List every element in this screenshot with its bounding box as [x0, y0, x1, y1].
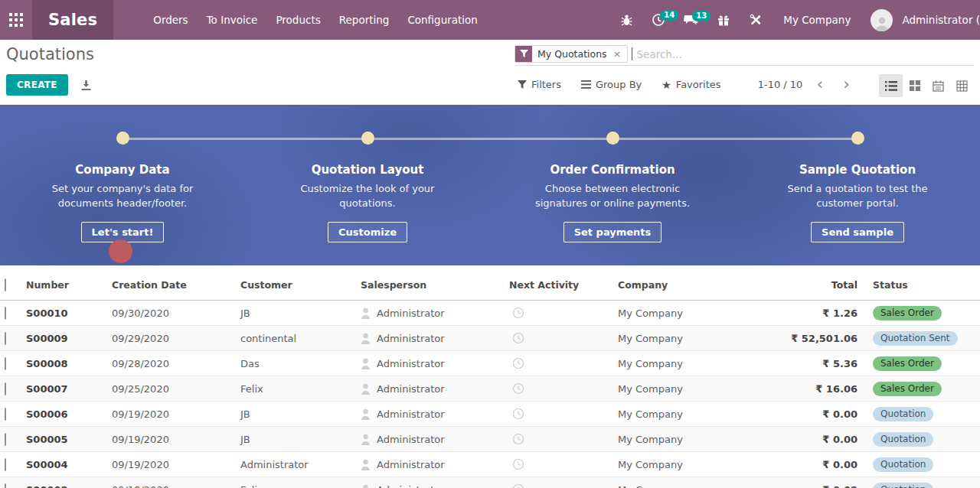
- view-switcher: [879, 74, 974, 97]
- column-header-next-activity[interactable]: Next Activity: [509, 279, 618, 291]
- nav-menu-reporting[interactable]: Reporting: [332, 8, 397, 32]
- onboarding-step-order-confirmation: Order Confirmation Choose between electr…: [490, 105, 735, 265]
- row-checkbox[interactable]: [5, 433, 6, 446]
- row-checkbox[interactable]: [5, 382, 6, 395]
- table-row[interactable]: S00007 09/25/2020 Felix Administrator My…: [0, 376, 980, 402]
- breadcrumb-row: Quotations My Quotations ×: [0, 41, 980, 67]
- table-row[interactable]: S00009 09/29/2020 continental Administra…: [0, 326, 980, 351]
- table-row[interactable]: S00008 09/28/2020 Das Administrator My C…: [0, 351, 980, 376]
- cell-salesperson: Administrator: [377, 484, 445, 488]
- row-checkbox[interactable]: [5, 483, 6, 488]
- table-row[interactable]: S00005 09/19/2020 JB Administrator My Co…: [0, 427, 980, 452]
- export-icon[interactable]: [80, 80, 92, 91]
- next-activity-clock-icon[interactable]: [512, 458, 618, 470]
- cell-number: S00009: [26, 333, 112, 344]
- activities-count-badge: 14: [660, 10, 678, 21]
- status-badge: Quotation: [873, 407, 933, 421]
- column-header-customer[interactable]: Customer: [240, 279, 361, 291]
- app-name[interactable]: Sales: [32, 0, 113, 40]
- next-activity-clock-icon[interactable]: [512, 408, 618, 420]
- nav-menu-orders[interactable]: Orders: [145, 8, 195, 32]
- cell-total: ₹ 5.36: [773, 358, 858, 369]
- next-activity-clock-icon[interactable]: [512, 382, 618, 395]
- nav-menu-to-invoice[interactable]: To Invoice: [199, 8, 266, 32]
- cell-customer: Felix: [240, 383, 361, 395]
- messages-icon[interactable]: 13: [677, 8, 705, 33]
- column-header-status[interactable]: Status: [858, 279, 980, 291]
- nav-menu-configuration[interactable]: Configuration: [400, 8, 485, 32]
- set-payments-button[interactable]: Set payments: [564, 222, 662, 242]
- page-title: Quotations: [6, 45, 94, 63]
- favorites-star-icon: ★: [662, 80, 671, 90]
- step-dot-icon: [116, 132, 129, 145]
- cell-customer: JB: [240, 307, 361, 319]
- pivot-view-button[interactable]: [950, 74, 974, 97]
- activities-icon[interactable]: 14: [645, 7, 672, 33]
- column-header-number[interactable]: Number: [26, 279, 112, 291]
- row-checkbox[interactable]: [5, 307, 6, 320]
- table-row[interactable]: S00006 09/19/2020 JB Administrator My Co…: [0, 402, 980, 427]
- next-activity-clock-icon[interactable]: [512, 483, 618, 488]
- column-header-creation-date[interactable]: Creation Date: [112, 279, 240, 291]
- row-checkbox[interactable]: [5, 458, 6, 471]
- facet-remove-icon[interactable]: ×: [612, 46, 627, 62]
- next-activity-clock-icon[interactable]: [512, 332, 618, 344]
- step-description: Send a quotation to test the customer po…: [774, 182, 941, 211]
- pager-next-icon[interactable]: ›: [837, 77, 856, 91]
- favorites-button[interactable]: ★ Favorites: [662, 79, 720, 90]
- calendar-view-icon: [933, 80, 944, 92]
- next-activity-clock-icon[interactable]: [512, 433, 618, 445]
- cell-salesperson: Administrator: [377, 383, 445, 395]
- step-dot-icon: [606, 132, 619, 145]
- filters-button[interactable]: Filters: [518, 79, 561, 90]
- pager-prev-icon[interactable]: ‹: [810, 77, 829, 91]
- pivot-view-icon: [956, 80, 968, 92]
- apps-menu-icon[interactable]: [0, 0, 32, 40]
- row-checkbox[interactable]: [5, 408, 6, 421]
- bug-icon[interactable]: [613, 8, 640, 33]
- next-activity-clock-icon[interactable]: [512, 357, 618, 369]
- onboarding-step-quotation-layout: Quotation Layout Customize the look of y…: [245, 105, 490, 265]
- select-all-checkbox[interactable]: [5, 278, 6, 291]
- create-button[interactable]: CREATE: [6, 74, 68, 96]
- person-icon: [361, 408, 371, 420]
- calendar-view-button[interactable]: [926, 74, 950, 97]
- quotations-list: Number Creation Date Customer Salesperso…: [0, 265, 980, 488]
- table-row[interactable]: S00004 09/19/2020 Administrator Administ…: [0, 452, 980, 477]
- person-icon: [361, 358, 371, 369]
- onboarding-steps: Company Data Set your company's data for…: [0, 105, 980, 265]
- kanban-view-button[interactable]: [903, 74, 926, 97]
- nav-menu-products[interactable]: Products: [268, 8, 328, 32]
- table-row[interactable]: S00003 09/18/2020 Felix Administrator My…: [0, 477, 980, 488]
- next-activity-clock-icon[interactable]: [512, 307, 618, 319]
- company-switcher[interactable]: My Company: [774, 14, 860, 26]
- row-checkbox[interactable]: [5, 332, 6, 345]
- cell-total: ₹ 0.00: [773, 459, 858, 470]
- status-badge: Quotation Sent: [873, 331, 958, 346]
- funnel-icon: [515, 46, 532, 62]
- customize-button[interactable]: Customize: [328, 222, 407, 242]
- grid-icon: [9, 13, 24, 28]
- column-header-salesperson[interactable]: Salesperson: [361, 279, 509, 291]
- table-row[interactable]: S00010 09/30/2020 JB Administrator My Co…: [0, 301, 980, 326]
- row-checkbox[interactable]: [5, 357, 6, 370]
- column-header-total[interactable]: Total: [773, 279, 858, 291]
- step-dot-icon: [851, 132, 864, 145]
- user-avatar[interactable]: [871, 9, 893, 31]
- search-bar: My Quotations ×: [514, 43, 974, 66]
- user-menu[interactable]: Administrator (: [897, 14, 980, 26]
- filter-group: Filters Group By ★ Favorites: [518, 79, 721, 90]
- cell-number: S00003: [26, 484, 112, 488]
- cell-creation-date: 09/19/2020: [112, 459, 240, 470]
- tools-icon[interactable]: [742, 7, 769, 33]
- search-input[interactable]: [632, 48, 975, 60]
- column-header-company[interactable]: Company: [618, 279, 773, 291]
- gift-icon[interactable]: [710, 7, 737, 33]
- click-indicator: [109, 239, 132, 263]
- list-view-button[interactable]: [879, 74, 903, 97]
- send-sample-button[interactable]: Send sample: [811, 222, 904, 242]
- group-by-button[interactable]: Group By: [581, 79, 642, 90]
- step-dot-icon: [361, 132, 374, 145]
- cell-creation-date: 09/29/2020: [112, 333, 240, 344]
- nav-right-section: 14 13 My Company: [613, 0, 980, 40]
